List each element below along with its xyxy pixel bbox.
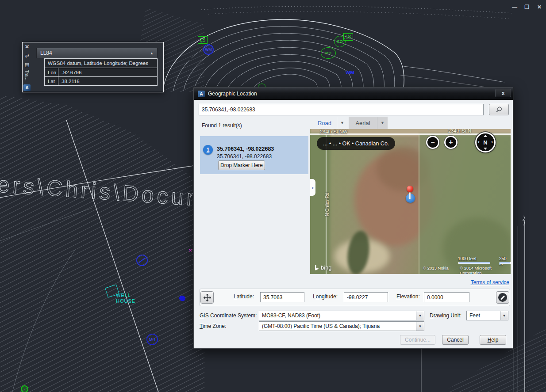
lon-value[interactable]: -92.6796 <box>58 70 81 75</box>
coordinate-tracker-palette: ✕ ⇄ ▤ Tra... A LL84 ▲ WGS84 datum, Latit… <box>22 42 164 92</box>
datum-text: WGS84 datum, Latitude-Longitude; Degrees <box>45 61 148 66</box>
palette-close-icon[interactable]: ✕ <box>23 42 31 51</box>
result-item[interactable]: 1 35.706341, -98.022683 35.706341, -98.0… <box>200 136 308 174</box>
map-tooltip: ... • ... • OK • Canadian Co. <box>317 137 395 150</box>
pan-up-icon[interactable] <box>484 135 487 137</box>
marker-wm-circle: WM <box>203 44 214 55</box>
marker-utility-circle <box>136 255 148 266</box>
zoom-out-button[interactable]: − <box>426 136 439 149</box>
marker-ls-square-2: LS <box>343 33 353 41</box>
attribution-nokia: © 2013 Nokia <box>423 266 449 270</box>
zoom-in-button[interactable]: + <box>444 136 458 149</box>
minimize-icon[interactable]: — <box>511 4 519 11</box>
dialog-title: Geographic Location <box>208 91 257 97</box>
latitude-label: Latitude: <box>234 293 254 300</box>
search-input[interactable] <box>199 104 484 115</box>
gis-coordinate-system-label: GIS Coordinate System: <box>200 312 257 319</box>
road-label: 234th St N <box>448 129 471 133</box>
marker-green-bottom <box>21 385 28 392</box>
results-summary: Found 1 result(s) <box>202 122 242 129</box>
drawing-unit-label: Drawing Unit: <box>430 312 461 319</box>
restore-icon[interactable]: ❐ <box>523 4 531 11</box>
time-zone-value: (GMT-08:00) Pacific Time (US & Canada); … <box>259 322 416 331</box>
bing-logo: bing <box>315 264 332 271</box>
compass-control[interactable]: N ‹ › <box>475 132 496 152</box>
gis-coordinate-system-value: MO83-CF, NAD83 (Foot) <box>259 311 416 320</box>
latitude-input[interactable] <box>260 292 304 302</box>
palette-tab-label: Tra... <box>24 69 30 84</box>
palette-table: WGS84 datum, Latitude-Longitude; Degrees… <box>44 58 158 86</box>
palette-title: LL84 <box>40 50 52 56</box>
rotate-right-icon[interactable]: › <box>491 139 493 145</box>
pushpin-stem <box>409 192 411 199</box>
scale-metric-bar <box>500 262 511 264</box>
bing-logo-icon <box>315 265 319 270</box>
aerial-map[interactable]: 234th St NW 234th St N N Chiles Rd ... •… <box>310 129 511 274</box>
datum-row: WGS84 datum, Latitude-Longitude; Degrees <box>45 59 157 68</box>
help-button[interactable]: Help <box>480 335 506 345</box>
pick-point-button[interactable] <box>200 291 214 304</box>
search-icon <box>496 106 503 113</box>
terms-of-service-link[interactable]: Terms of service <box>471 279 509 285</box>
search-button[interactable] <box>489 104 509 115</box>
time-zone-select[interactable]: (GMT-08:00) Pacific Time (US & Canada); … <box>259 321 424 331</box>
attribution-microsoft: © 2014 Microsoft Corporation <box>460 266 511 274</box>
pushpin-icon <box>407 186 413 192</box>
drop-marker-tool-button[interactable] <box>496 291 509 304</box>
cancel-button[interactable]: Cancel <box>442 335 469 345</box>
collapse-icon[interactable]: ▲ <box>150 51 154 55</box>
road-label-vertical: N Chiles Rd <box>325 191 330 218</box>
elevation-label: Elevation: <box>396 293 420 300</box>
pan-down-icon[interactable] <box>484 148 487 150</box>
result-subtitle: 35.706341, -98.022683 <box>217 153 272 160</box>
longitude-label: Longitude: <box>313 293 338 300</box>
marker-wm-text: WM <box>346 70 354 75</box>
collapse-results-tab[interactable]: ‹ <box>310 179 315 196</box>
road-label: 234th St NW <box>320 129 347 134</box>
lat-value[interactable]: 38.2116 <box>58 79 80 84</box>
palette-strip: ✕ ⇄ ▤ Tra... A <box>23 42 31 92</box>
marker-magenta: ✕ <box>188 248 192 253</box>
palette-autohide-icon[interactable]: ⇄ <box>23 51 31 60</box>
well-house-label: WELL HOUSE <box>116 293 135 304</box>
result-index-badge[interactable]: 1 <box>203 145 213 155</box>
close-icon[interactable]: ✕ <box>535 4 543 11</box>
result-title: 35.706341, -98.022683 <box>217 146 274 152</box>
tab-road[interactable]: Road <box>312 117 337 129</box>
bing-logo-text: bing <box>321 264 332 271</box>
dropdown-arrow-icon[interactable]: ▼ <box>416 311 424 320</box>
dropdown-arrow-icon[interactable]: ▼ <box>416 322 424 331</box>
tab-aerial[interactable]: Aerial <box>349 117 377 129</box>
dialog-close-button[interactable]: x <box>495 89 511 97</box>
field-boundary <box>419 135 419 274</box>
lon-row: Lon -92.6796 <box>45 68 157 76</box>
lon-label: Lon <box>45 68 58 76</box>
drawing-unit-value: Feet <box>467 311 500 320</box>
lat-label: Lat <box>45 77 58 85</box>
marker-mh-circle-blue: MH <box>146 334 158 345</box>
tab-aerial-dropdown-icon[interactable]: ▼ <box>377 117 388 129</box>
palette-header[interactable]: LL84 ▲ <box>36 48 158 58</box>
window-controls: — ❐ ✕ <box>511 4 543 11</box>
autocad-logo-icon: A <box>198 91 205 97</box>
dropdown-arrow-icon[interactable]: ▼ <box>500 311 508 320</box>
scale-metric-label: 250 m <box>499 256 511 266</box>
drop-marker-button[interactable]: Drop Marker Here <box>218 160 265 170</box>
tab-road-dropdown-icon[interactable]: ▼ <box>337 117 347 129</box>
continue-button: Continue... <box>400 335 435 345</box>
gis-coordinate-system-select[interactable]: MO83-CF, NAD83 (Foot) ▼ <box>259 311 424 320</box>
marker-ls-square: LS <box>198 36 208 44</box>
dialog-titlebar[interactable]: A Geographic Location <box>194 88 513 100</box>
marker-pencil-icon <box>498 293 507 302</box>
drawing-unit-select[interactable]: Feet ▼ <box>466 311 508 320</box>
lat-row: Lat 38.2116 <box>45 76 157 85</box>
time-zone-label: Time Zone: <box>200 323 226 329</box>
geographic-location-dialog: A Geographic Location x Found 1 result(s… <box>193 87 513 349</box>
longitude-input[interactable] <box>344 292 388 302</box>
rotate-left-icon[interactable]: ‹ <box>478 139 480 145</box>
crosshair-move-icon <box>204 294 211 301</box>
scale-imperial-label: 1000 feet <box>458 256 477 261</box>
elevation-input[interactable] <box>424 292 469 302</box>
palette-menu-icon[interactable]: ▤ <box>23 60 31 69</box>
scale-imperial-bar <box>458 262 490 264</box>
